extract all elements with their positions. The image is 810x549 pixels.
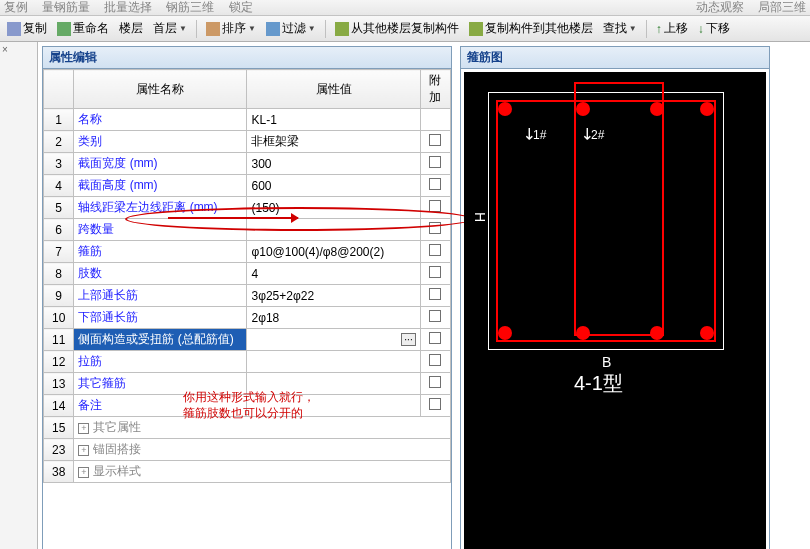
close-icon[interactable]: × [0, 42, 37, 57]
value-input[interactable] [251, 333, 382, 347]
prop-value[interactable]: KL-1 [247, 109, 420, 131]
row-number: 11 [44, 329, 74, 351]
row-number: 5 [44, 197, 74, 219]
prop-value[interactable]: 2φ18 [247, 307, 420, 329]
table-row[interactable]: 11侧面构造或受扭筋 (总配筋值)··· [44, 329, 451, 351]
tb-filter[interactable]: 过滤▼ [263, 19, 319, 38]
prop-add[interactable] [420, 329, 450, 351]
expand-icon[interactable]: + [78, 423, 89, 434]
group-name[interactable]: + 显示样式 [74, 461, 451, 483]
row-number: 2 [44, 131, 74, 153]
ellipsis-button[interactable]: ··· [401, 333, 415, 346]
row-number: 7 [44, 241, 74, 263]
prop-name[interactable]: 侧面构造或受扭筋 (总配筋值) [74, 329, 247, 351]
prop-value[interactable]: 4 [247, 263, 420, 285]
prop-add[interactable] [420, 219, 450, 241]
prop-name[interactable]: 下部通长筋 [74, 307, 247, 329]
table-row[interactable]: 5轴线距梁左边线距离 (mm)(150) [44, 197, 451, 219]
tb-rename[interactable]: 重命名 [54, 19, 112, 38]
annotation-note: 你用这种形式输入就行，箍筋肢数也可以分开的 [183, 389, 315, 421]
table-row[interactable]: 10下部通长筋2φ18 [44, 307, 451, 329]
checkbox[interactable] [429, 222, 441, 234]
prop-add[interactable] [420, 285, 450, 307]
checkbox[interactable] [429, 398, 441, 410]
prop-value[interactable]: 3φ25+2φ22 [247, 285, 420, 307]
prop-name[interactable]: 拉筋 [74, 351, 247, 373]
table-row[interactable]: 9上部通长筋3φ25+2φ22 [44, 285, 451, 307]
prop-name[interactable]: 箍筋 [74, 241, 247, 263]
tb-floor[interactable]: 楼层 [116, 19, 146, 38]
prop-value[interactable]: 非框架梁 [247, 131, 420, 153]
prop-value[interactable]: 300 [247, 153, 420, 175]
prop-name[interactable]: 上部通长筋 [74, 285, 247, 307]
expand-icon[interactable]: + [78, 445, 89, 456]
label-1: ↙1# [522, 124, 546, 143]
table-row[interactable]: 4截面高度 (mm)600 [44, 175, 451, 197]
checkbox[interactable] [429, 288, 441, 300]
prop-add[interactable] [420, 263, 450, 285]
group-row[interactable]: 38+ 显示样式 [44, 461, 451, 483]
prop-value[interactable]: (150) [247, 197, 420, 219]
table-row[interactable]: 6跨数量 [44, 219, 451, 241]
checkbox[interactable] [429, 310, 441, 322]
prop-value[interactable] [247, 219, 420, 241]
group-row[interactable]: 23+ 锚固搭接 [44, 439, 451, 461]
checkbox[interactable] [429, 156, 441, 168]
table-row[interactable]: 3截面宽度 (mm)300 [44, 153, 451, 175]
prop-add[interactable] [420, 175, 450, 197]
tb-copy[interactable]: 复制 [4, 19, 50, 38]
chevron-down-icon: ▼ [308, 24, 316, 33]
prop-add[interactable] [420, 109, 450, 131]
expand-icon[interactable]: + [78, 467, 89, 478]
prop-value[interactable]: ··· [247, 329, 420, 351]
table-row[interactable]: 2类别非框架梁 [44, 131, 451, 153]
prop-name[interactable]: 肢数 [74, 263, 247, 285]
prop-value[interactable] [247, 351, 420, 373]
prop-add[interactable] [420, 153, 450, 175]
row-number: 1 [44, 109, 74, 131]
tb-copy-from[interactable]: 从其他楼层复制构件 [332, 19, 462, 38]
stirrup-2 [574, 82, 664, 336]
checkbox[interactable] [429, 266, 441, 278]
prop-add[interactable] [420, 351, 450, 373]
tb-sort[interactable]: 排序▼ [203, 19, 259, 38]
checkbox[interactable] [429, 200, 441, 212]
prop-add[interactable] [420, 307, 450, 329]
tb-up[interactable]: ↑上移 [653, 19, 691, 38]
prop-add[interactable] [420, 373, 450, 395]
checkbox[interactable] [429, 244, 441, 256]
prop-value[interactable]: φ10@100(4)/φ8@200(2) [247, 241, 420, 263]
checkbox[interactable] [429, 376, 441, 388]
checkbox[interactable] [429, 178, 441, 190]
tb-find[interactable]: 查找▼ [600, 19, 640, 38]
checkbox[interactable] [429, 332, 441, 344]
section-type: 4-1型 [574, 370, 623, 397]
prop-name[interactable]: 截面高度 (mm) [74, 175, 247, 197]
chevron-down-icon: ▼ [629, 24, 637, 33]
checkbox[interactable] [429, 354, 441, 366]
row-number: 12 [44, 351, 74, 373]
prop-name[interactable]: 截面宽度 (mm) [74, 153, 247, 175]
prop-name[interactable]: 轴线距梁左边线距离 (mm) [74, 197, 247, 219]
checkbox[interactable] [429, 134, 441, 146]
prop-add[interactable] [420, 197, 450, 219]
frag: 锁定 [229, 0, 253, 16]
prop-name[interactable]: 类别 [74, 131, 247, 153]
table-row[interactable]: 7箍筋φ10@100(4)/φ8@200(2) [44, 241, 451, 263]
tb-first-floor[interactable]: 首层▼ [150, 19, 190, 38]
tb-down[interactable]: ↓下移 [695, 19, 733, 38]
group-name[interactable]: + 锚固搭接 [74, 439, 451, 461]
copy-icon [7, 22, 21, 36]
prop-add[interactable] [420, 241, 450, 263]
prop-add[interactable] [420, 395, 450, 417]
prop-name[interactable]: 名称 [74, 109, 247, 131]
table-row[interactable]: 8肢数4 [44, 263, 451, 285]
tb-copy-to[interactable]: 复制构件到其他楼层 [466, 19, 596, 38]
table-row[interactable]: 12拉筋 [44, 351, 451, 373]
table-row[interactable]: 1名称KL-1 [44, 109, 451, 131]
row-number: 9 [44, 285, 74, 307]
rebar-dot [498, 102, 512, 116]
prop-value[interactable]: 600 [247, 175, 420, 197]
prop-name[interactable]: 跨数量 [74, 219, 247, 241]
prop-add[interactable] [420, 131, 450, 153]
